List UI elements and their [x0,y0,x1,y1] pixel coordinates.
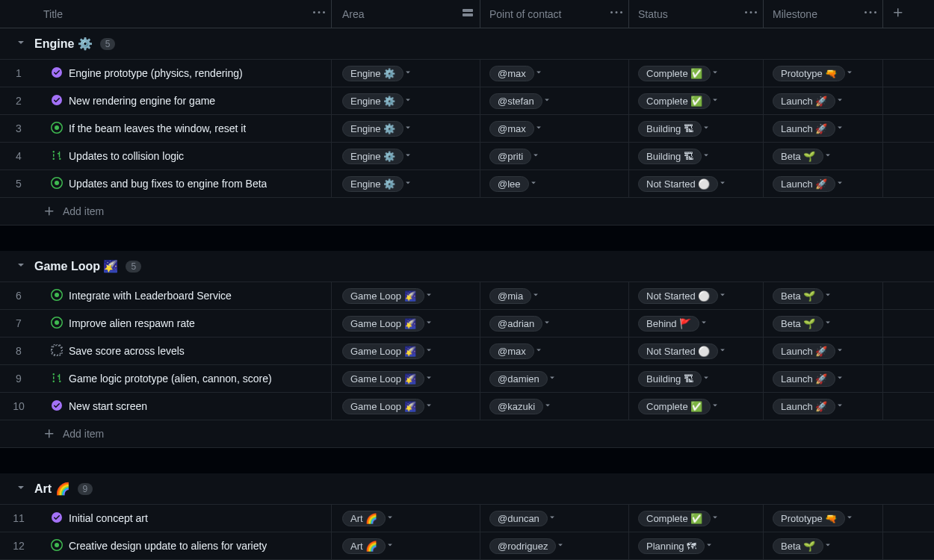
add-item-button[interactable]: Add item [0,420,934,448]
milestone-pill[interactable]: Beta 🌱 [773,149,823,164]
column-header-contact[interactable]: Point of contact [489,8,562,20]
chevron-down-icon[interactable] [702,122,711,134]
milestone-pill[interactable]: Prototype 🔫 [773,511,845,526]
status-pill[interactable]: Complete ✅ [638,399,711,414]
chevron-down-icon[interactable] [823,290,832,302]
column-header-title[interactable]: Title [43,8,63,20]
chevron-down-icon[interactable] [534,67,543,79]
issue-title[interactable]: Engine prototype (physics, rendering) [69,67,243,79]
chevron-down-icon[interactable] [711,512,720,524]
contact-pill[interactable]: @stefan [489,93,542,109]
chevron-down-icon[interactable] [705,540,714,552]
table-row[interactable]: 7Improve alien respawn rateGame Loop 🌠@a… [0,310,934,337]
chevron-down-icon[interactable] [403,95,412,107]
chevron-down-icon[interactable] [403,178,412,190]
chevron-down-icon[interactable] [556,540,565,552]
table-row[interactable]: 10New start screenGame Loop 🌠@kazukiComp… [0,393,934,420]
chevron-down-icon[interactable] [835,178,844,190]
table-row[interactable]: 2New rendering engine for gameEngine ⚙️@… [0,87,934,115]
issue-title[interactable]: Creative design update to aliens for var… [69,540,267,552]
column-header-milestone[interactable]: Milestone [773,8,817,20]
chevron-down-icon[interactable] [548,373,557,385]
chevron-down-icon[interactable] [699,317,708,329]
issue-title[interactable]: Game logic prototype (alien, cannon, sco… [69,373,272,385]
milestone-pill[interactable]: Launch 🚀 [773,121,835,137]
table-row[interactable]: 12Creative design update to aliens for v… [0,532,934,560]
table-row[interactable]: 1Engine prototype (physics, rendering)En… [0,60,934,87]
chevron-down-icon[interactable] [711,67,720,79]
contact-pill[interactable]: @adrian [489,316,542,332]
add-item-button[interactable]: Add item [0,198,934,225]
status-pill[interactable]: Behind 🚩 [638,316,699,332]
area-pill[interactable]: Game Loop 🌠 [342,343,424,359]
area-pill[interactable]: Art 🌈 [342,538,386,554]
milestone-pill[interactable]: Launch 🚀 [773,176,835,192]
chevron-down-icon[interactable] [835,373,844,385]
chevron-down-icon[interactable] [711,95,720,107]
table-row[interactable]: 11Initial concept artArt 🌈@duncanComplet… [0,505,934,532]
area-pill[interactable]: Game Loop 🌠 [342,371,424,387]
column-menu-icon[interactable] [865,7,876,21]
milestone-pill[interactable]: Launch 🚀 [773,343,835,359]
contact-pill[interactable]: @max [489,66,534,81]
chevron-down-icon[interactable] [542,317,551,329]
status-pill[interactable]: Not Started ⚪ [638,343,718,359]
contact-pill[interactable]: @mia [489,288,531,304]
group-collapse-toggle[interactable] [15,37,27,51]
status-pill[interactable]: Building 🏗 [638,121,702,137]
chevron-down-icon[interactable] [718,345,727,357]
chevron-down-icon[interactable] [531,290,540,302]
area-pill[interactable]: Game Loop 🌠 [342,399,424,414]
chevron-down-icon[interactable] [823,150,832,162]
chevron-down-icon[interactable] [823,317,832,329]
chevron-down-icon[interactable] [529,178,538,190]
issue-title[interactable]: Updates and bug fixes to engine from Bet… [69,178,267,190]
group-collapse-toggle[interactable] [15,259,27,273]
area-pill[interactable]: Game Loop 🌠 [342,288,424,304]
chevron-down-icon[interactable] [531,150,540,162]
column-menu-icon[interactable] [313,7,325,21]
status-pill[interactable]: Building 🏗 [638,149,702,164]
group-title[interactable]: Game Loop 🌠 [34,259,118,273]
column-header-area[interactable]: Area [342,8,365,20]
milestone-pill[interactable]: Prototype 🔫 [773,66,845,81]
status-pill[interactable]: Building 🏗 [638,371,702,387]
chevron-down-icon[interactable] [543,400,552,412]
chevron-down-icon[interactable] [548,512,557,524]
area-pill[interactable]: Engine ⚙️ [342,121,403,137]
issue-title[interactable]: Save score across levels [69,345,185,357]
contact-pill[interactable]: @lee [489,176,529,192]
chevron-down-icon[interactable] [823,540,832,552]
contact-pill[interactable]: @max [489,343,534,359]
chevron-down-icon[interactable] [386,540,395,552]
area-pill[interactable]: Game Loop 🌠 [342,316,424,332]
column-menu-icon[interactable] [745,7,757,21]
milestone-pill[interactable]: Launch 🚀 [773,371,835,387]
chevron-down-icon[interactable] [534,122,543,134]
table-row[interactable]: 4Updates to collision logicEngine ⚙️@pri… [0,143,934,170]
area-pill[interactable]: Art 🌈 [342,511,386,526]
chevron-down-icon[interactable] [702,150,711,162]
milestone-pill[interactable]: Launch 🚀 [773,93,835,109]
chevron-down-icon[interactable] [424,345,433,357]
chevron-down-icon[interactable] [718,290,727,302]
status-pill[interactable]: Complete ✅ [638,511,711,526]
issue-title[interactable]: Updates to collision logic [69,150,184,162]
chevron-down-icon[interactable] [403,67,412,79]
chevron-down-icon[interactable] [711,400,720,412]
status-pill[interactable]: Not Started ⚪ [638,288,718,304]
milestone-pill[interactable]: Beta 🌱 [773,316,823,332]
column-header-status[interactable]: Status [638,8,668,20]
group-title[interactable]: Art 🌈 [34,482,70,496]
area-pill[interactable]: Engine ⚙️ [342,176,403,192]
contact-pill[interactable]: @damien [489,371,548,387]
contact-pill[interactable]: @duncan [489,511,548,526]
issue-title[interactable]: New rendering engine for game [69,95,215,107]
table-row[interactable]: 9Game logic prototype (alien, cannon, sc… [0,365,934,393]
chevron-down-icon[interactable] [718,178,727,190]
chevron-down-icon[interactable] [424,317,433,329]
status-pill[interactable]: Complete ✅ [638,93,711,109]
chevron-down-icon[interactable] [835,95,844,107]
add-column-button[interactable] [892,7,904,21]
area-pill[interactable]: Engine ⚙️ [342,149,403,164]
